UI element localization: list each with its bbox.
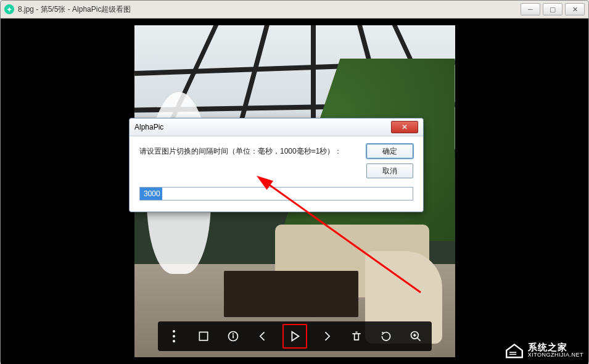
layout-icon[interactable]: [194, 326, 213, 346]
app-window: ✦ 8.jpg - 第5/5张 - AlphaPic超级看图 ─ ▢ ✕: [0, 0, 589, 364]
interval-input[interactable]: [139, 187, 413, 201]
next-icon[interactable]: [317, 326, 337, 346]
prev-icon[interactable]: [253, 326, 273, 346]
zoom-icon[interactable]: [406, 326, 426, 346]
cancel-button[interactable]: 取消: [366, 163, 413, 178]
more-icon[interactable]: [164, 326, 184, 346]
svg-line-7: [417, 338, 420, 341]
svg-rect-0: [199, 332, 207, 340]
watermark-text-cn: 系统之家: [528, 342, 583, 353]
watermark-text-en: XITONGZHIJIA.NET: [528, 352, 583, 358]
dialog-close-button[interactable]: ✕: [391, 121, 418, 133]
watermark-icon: [505, 342, 524, 359]
rotate-icon[interactable]: [376, 326, 396, 346]
info-icon[interactable]: [223, 326, 243, 346]
dialog-title: AlphaPic: [134, 123, 163, 131]
maximize-button[interactable]: ▢: [543, 3, 562, 15]
title-bar: ✦ 8.jpg - 第5/5张 - AlphaPic超级看图 ─ ▢ ✕: [1, 1, 588, 19]
app-icon: ✦: [4, 4, 14, 14]
window-title: 8.jpg - 第5/5张 - AlphaPic超级看图: [18, 4, 518, 15]
svg-point-3: [233, 334, 233, 334]
play-icon[interactable]: [282, 324, 307, 349]
interval-dialog: AlphaPic ✕ 请设置图片切换的间隔时间（单位：毫秒，1000毫秒=1秒）…: [129, 118, 424, 212]
dialog-prompt: 请设置图片切换的间隔时间（单位：毫秒，1000毫秒=1秒）：: [139, 145, 343, 157]
watermark: 系统之家 XITONGZHIJIA.NET: [505, 342, 583, 359]
svg-marker-4: [292, 332, 299, 341]
ok-button[interactable]: 确定: [366, 144, 413, 159]
dialog-title-bar: AlphaPic ✕: [130, 118, 423, 136]
delete-icon[interactable]: [347, 326, 366, 346]
close-window-button[interactable]: ✕: [565, 3, 585, 15]
image-toolbar: [158, 321, 432, 351]
minimize-button[interactable]: ─: [521, 3, 540, 15]
